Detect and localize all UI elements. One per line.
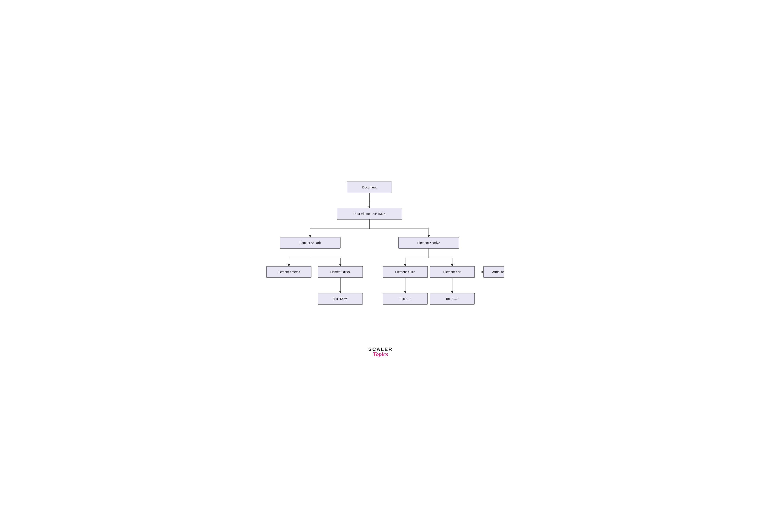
text-dom-node: Text "DOM"	[318, 293, 363, 304]
tree-diagram: .svg-node rect { fill: #e8e6f5; stroke: …	[258, 175, 504, 336]
text-dots1-node: Text "...."	[383, 293, 428, 304]
element-body-node: Element <body>	[398, 237, 459, 248]
svg-text:Element <title>: Element <title>	[330, 270, 351, 274]
document-node: Document	[347, 182, 392, 193]
svg-text:Element <head>: Element <head>	[299, 241, 322, 245]
svg-text:Text "....": Text "...."	[399, 297, 411, 301]
brand-logo: SCALER Topics	[368, 347, 392, 357]
attribute-href-node: Attribute "Href"	[484, 266, 504, 277]
element-a-node: Element <a>	[430, 266, 475, 277]
svg-text:Element <meta>: Element <meta>	[277, 270, 300, 274]
element-h1-node: Element <H1>	[383, 266, 428, 277]
text-dots2-node: Text "....."	[430, 293, 475, 304]
diagram-container: .svg-node rect { fill: #e8e6f5; stroke: …	[258, 175, 504, 336]
element-meta-node: Element <meta>	[266, 266, 311, 277]
element-head-node: Element <head>	[280, 237, 340, 248]
svg-text:Text ".....": Text "....."	[445, 297, 459, 301]
svg-text:Element <a>: Element <a>	[443, 270, 461, 274]
svg-text:Attribute "Href": Attribute "Href"	[492, 270, 503, 274]
svg-text:Element <H1>: Element <H1>	[395, 270, 415, 274]
svg-text:Document: Document	[362, 186, 377, 189]
root-html-node: Root Element <HTML>	[337, 208, 402, 219]
element-title-node: Element <title>	[318, 266, 363, 277]
svg-text:Text "DOM": Text "DOM"	[332, 297, 348, 301]
svg-text:Root Element <HTML>: Root Element <HTML>	[353, 212, 385, 215]
svg-text:Element <body>: Element <body>	[417, 241, 440, 245]
logo-topics-text: Topics	[373, 351, 388, 357]
